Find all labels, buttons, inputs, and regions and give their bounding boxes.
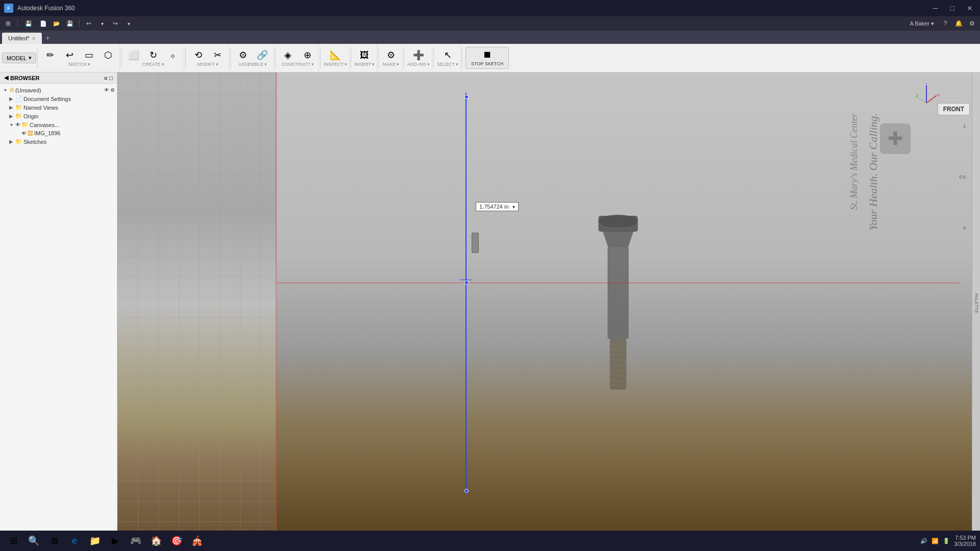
sketch-dropdown-icon[interactable]: ▾ — [88, 62, 90, 67]
addins-dropdown-icon[interactable]: ▾ — [427, 62, 430, 67]
browser-header-right: ≡ □ — [104, 75, 113, 81]
tab-close-button[interactable]: ✕ — [32, 36, 36, 41]
new-button[interactable]: 📄 — [37, 17, 50, 30]
tab-untitled[interactable]: Untitled* ✕ — [2, 33, 42, 44]
line-button[interactable]: ▭ — [80, 49, 98, 61]
viewport[interactable]: Your Health. Our Calling. St. Mary's Med… — [117, 72, 980, 535]
open-button[interactable]: 📂 — [51, 17, 63, 30]
browser-expand-icon[interactable]: □ — [109, 75, 113, 81]
tree-item-docsettings[interactable]: ▶ 📄 Document Settings — [0, 94, 117, 103]
docsettings-label: Document Settings — [23, 96, 71, 102]
tree-item-namedviews[interactable]: ▶ 📁 Named Views — [0, 103, 117, 112]
taskbar-battery-icon[interactable]: 🔋 — [943, 538, 950, 544]
redo-arrow[interactable]: ▾ — [122, 17, 135, 30]
svg-rect-4 — [610, 339, 626, 390]
dimension-expand-icon[interactable]: ▾ — [512, 204, 515, 210]
browser-settings-icon[interactable]: ≡ — [104, 75, 107, 81]
link-button[interactable]: 🔗 — [253, 49, 272, 61]
tree-item-unsaved[interactable]: ▾ ⚙ (Unsaved) 👁 ⚙ — [0, 86, 117, 94]
measure-handle-bottom[interactable] — [464, 489, 469, 493]
notification-button[interactable]: 🔔 — [952, 17, 965, 30]
axis-button[interactable]: ⊕ — [298, 49, 316, 61]
undo-sketch-button[interactable]: ↩ — [60, 49, 79, 61]
taskbar-sound-icon[interactable]: 🔊 — [920, 538, 927, 544]
minimize-button[interactable]: ─ — [930, 3, 941, 13]
insert-dropdown-icon[interactable]: ▾ — [372, 62, 375, 67]
expand-canvases[interactable]: ▾ — [8, 122, 14, 128]
modify-dropdown-icon[interactable]: ▾ — [216, 62, 218, 67]
user-menu[interactable]: A Baker ▾ — [905, 18, 938, 29]
right-panel-collapse[interactable]: PALETTE — [972, 72, 980, 535]
make-dropdown-icon[interactable]: ▾ — [397, 62, 399, 67]
construct-dropdown-icon[interactable]: ▾ — [311, 62, 314, 67]
close-button[interactable]: ✕ — [964, 3, 976, 13]
taskbar-network-icon[interactable]: 📶 — [932, 538, 939, 544]
canvas-button[interactable]: 🖼 — [355, 49, 374, 61]
revolve-button[interactable]: ↻ — [144, 49, 162, 61]
settings-unsaved[interactable]: ⚙ — [110, 87, 115, 93]
restore-button[interactable]: □ — [947, 3, 958, 13]
fillet-button[interactable]: ⟲ — [189, 49, 207, 61]
help-button[interactable]: ? — [939, 17, 951, 30]
expand-unsaved[interactable]: ▾ — [2, 87, 8, 93]
tree-item-canvases[interactable]: ▾ 👁 📁 Canvases... — [0, 120, 117, 129]
media-button[interactable]: ▶ — [106, 532, 125, 550]
model-dropdown[interactable]: MODEL ▾ — [2, 53, 36, 63]
assemble-dropdown-icon[interactable]: ▾ — [264, 62, 267, 67]
chamfer-button[interactable]: ✂ — [208, 49, 227, 61]
file-explorer-button[interactable]: 📁 — [86, 532, 104, 550]
redo-button[interactable]: ↪ — [109, 17, 121, 30]
sketch-button[interactable]: ✏ — [41, 49, 59, 61]
menu-separator — [17, 19, 18, 28]
expand-docsettings[interactable]: ▶ — [8, 96, 14, 102]
control-widget[interactable] — [472, 233, 479, 253]
select-button[interactable]: ↖ — [438, 49, 457, 61]
inspect-dropdown-icon[interactable]: ▾ — [345, 62, 347, 67]
tree-item-sketches[interactable]: ▶ 📁 Sketches — [0, 137, 117, 146]
tree-item-origin[interactable]: ▶ 📁 Origin — [0, 112, 117, 120]
taskbar-app-4[interactable]: 🎪 — [188, 532, 206, 550]
dimension-label[interactable]: 1.754724 in ▾ — [476, 202, 519, 211]
measure-handle-top[interactable] — [464, 95, 469, 99]
measure-button[interactable]: 📐 — [326, 49, 345, 61]
sweep-button[interactable]: ⬦ — [163, 49, 182, 61]
polygon-button[interactable]: ⬡ — [99, 49, 117, 61]
browser-collapse-icon[interactable]: ◀ — [4, 74, 8, 81]
canvases-eye[interactable]: 👁 — [15, 122, 20, 128]
print3d-button[interactable]: ⚙ — [382, 49, 400, 61]
undo-button[interactable]: ↩ — [83, 17, 95, 30]
settings-button[interactable]: ⚙ — [966, 17, 978, 30]
undo-arrow[interactable]: ▾ — [96, 17, 108, 30]
create-dropdown-icon[interactable]: ▾ — [162, 62, 164, 67]
search-button[interactable]: 🔍 — [24, 532, 43, 550]
expand-sketches[interactable]: ▶ — [8, 139, 14, 144]
taskbar-app-3[interactable]: 🎯 — [167, 532, 186, 550]
file-menu[interactable]: 💾 — [21, 18, 36, 29]
toolbar-divider-6 — [320, 48, 321, 68]
browser-panel: ◀ BROWSER ≡ □ ▾ ⚙ (Unsaved) 👁 ⚙ ▶ 📄 Docu… — [0, 72, 117, 535]
taskbar-app-2[interactable]: 🏠 — [147, 532, 165, 550]
tree-item-img1896[interactable]: 👁 🖼 IMG_1896 — [0, 129, 117, 137]
canvases-label: Canvases... — [30, 122, 59, 128]
stop-sketch-button[interactable]: ⏹ STOP SKETCH — [465, 47, 509, 69]
plane-button[interactable]: ◈ — [279, 49, 297, 61]
expand-namedviews[interactable]: ▶ — [8, 105, 14, 110]
start-button[interactable]: ⊞ — [4, 532, 22, 550]
task-view-button[interactable]: 🖥 — [45, 532, 63, 550]
ruler-left-far: -2.5 — [281, 504, 289, 509]
eye-unsaved[interactable]: 👁 — [104, 87, 109, 93]
expand-origin[interactable]: ▶ — [8, 113, 14, 119]
measure-icon: 📐 — [330, 51, 341, 60]
extrude-button[interactable]: ⬜ — [125, 49, 143, 61]
new-tab-button[interactable]: + — [42, 32, 54, 44]
select-dropdown-icon[interactable]: ▾ — [456, 62, 458, 67]
taskbar-app-1[interactable]: 🎮 — [127, 532, 145, 550]
joint-button[interactable]: ⚙ — [234, 49, 252, 61]
apps-button[interactable]: ⊞ — [2, 17, 14, 30]
scripts-button[interactable]: ➕ — [409, 49, 428, 61]
img-eye[interactable]: 👁 — [21, 131, 27, 136]
edge-button[interactable]: e — [65, 532, 84, 550]
taskbar-clock[interactable]: 7:53 PM 3/3/2018 — [954, 535, 976, 547]
toolbar-divider-11 — [462, 48, 462, 68]
save-button[interactable]: 💾 — [64, 17, 76, 30]
